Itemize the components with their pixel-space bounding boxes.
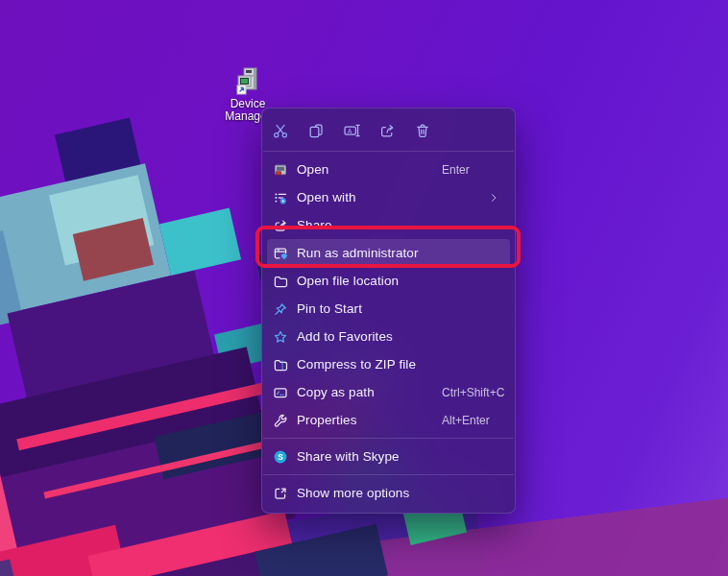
- menu-item-shortcut: Alt+Enter: [442, 414, 490, 427]
- menu-item-label: Open with: [297, 190, 356, 204]
- menu-item-label: Pin to Start: [297, 301, 362, 316]
- share-icon: [273, 218, 288, 233]
- app-icon: [273, 162, 288, 178]
- skype-icon: S: [273, 449, 288, 465]
- context-menu-toolbar: A: [262, 114, 515, 147]
- path-icon: [273, 385, 288, 400]
- menu-item-label: Copy as path: [297, 385, 375, 399]
- zip-folder-icon: [273, 357, 288, 372]
- menu-item-open-file-location[interactable]: Open file location: [262, 267, 515, 295]
- context-menu: A Open Enter Open with: [261, 108, 516, 514]
- menu-item-share-with-skype[interactable]: S Share with Skype: [262, 443, 515, 470]
- cut-icon[interactable]: [262, 116, 298, 145]
- uac-shield-icon: [273, 246, 288, 261]
- svg-text:A: A: [348, 128, 352, 134]
- menu-item-show-more-options[interactable]: Show more options: [262, 479, 515, 507]
- menu-item-label: Open file location: [297, 274, 399, 288]
- menu-item-label: Share: [297, 218, 332, 232]
- device-manager-icon: [231, 65, 264, 98]
- menu-item-share[interactable]: Share: [262, 211, 515, 239]
- menu-item-label: Compress to ZIP file: [297, 357, 416, 372]
- menu-item-run-as-administrator[interactable]: Run as administrator: [267, 239, 510, 267]
- menu-item-label: Show more options: [297, 486, 409, 500]
- pin-icon: [273, 301, 288, 317]
- menu-item-shortcut: Ctrl+Shift+C: [442, 386, 504, 399]
- menu-item-label: Share with Skype: [297, 449, 400, 464]
- menu-item-label: Properties: [297, 413, 357, 427]
- expand-icon: [273, 486, 288, 501]
- menu-divider: [263, 151, 514, 152]
- rename-icon[interactable]: A: [333, 116, 369, 145]
- delete-icon[interactable]: [404, 116, 440, 145]
- copy-icon[interactable]: [298, 116, 333, 145]
- wrench-icon: [273, 413, 288, 428]
- menu-item-add-to-favorites[interactable]: Add to Favorites: [262, 323, 515, 350]
- desktop: Device Manager A Ope: [0, 0, 728, 576]
- chevron-right-icon: [488, 192, 499, 204]
- menu-item-copy-as-path[interactable]: Copy as path Ctrl+Shift+C: [262, 378, 515, 406]
- menu-item-open-with[interactable]: Open with: [262, 183, 515, 211]
- menu-item-label: Run as administrator: [297, 246, 419, 260]
- menu-item-label: Open: [297, 162, 328, 177]
- svg-text:S: S: [278, 452, 283, 462]
- wallpaper-shard: [159, 208, 241, 276]
- menu-item-pin-to-start[interactable]: Pin to Start: [262, 295, 515, 323]
- share-icon[interactable]: [369, 116, 404, 145]
- open-with-icon: [273, 190, 288, 205]
- menu-divider: [263, 474, 514, 475]
- menu-item-compress-to-zip[interactable]: Compress to ZIP file: [262, 350, 515, 378]
- menu-item-shortcut: Enter: [442, 163, 470, 177]
- menu-divider: [263, 438, 514, 439]
- menu-item-label: Add to Favorites: [297, 329, 393, 344]
- star-icon: [273, 329, 288, 345]
- folder-icon: [273, 274, 288, 289]
- menu-item-open[interactable]: Open Enter: [262, 156, 515, 183]
- menu-item-properties[interactable]: Properties Alt+Enter: [262, 406, 515, 434]
